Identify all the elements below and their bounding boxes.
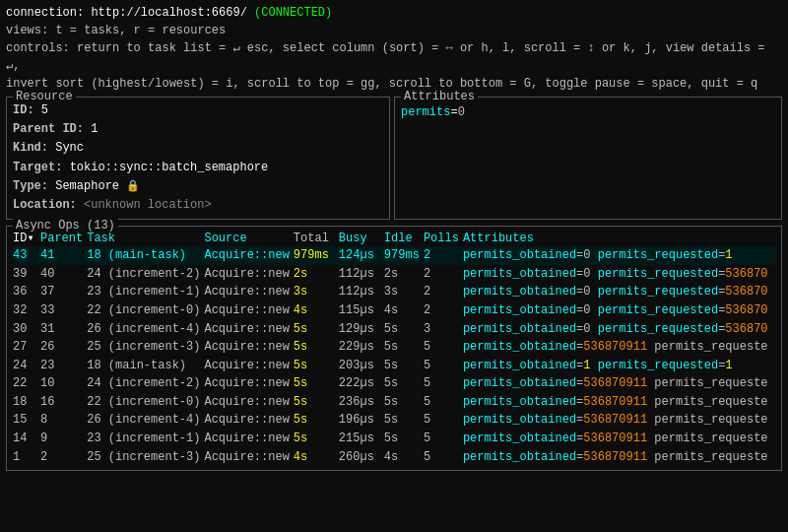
col-header-attributes[interactable]: Attributes bbox=[463, 231, 775, 246]
views-line: views: t = tasks, r = resources bbox=[6, 22, 782, 39]
async-ops-body: 434118 (main-task)Acquire::new979ms124µs… bbox=[13, 246, 775, 466]
table-row: 323322 (increment-0)Acquire::new4s115µs4… bbox=[13, 301, 775, 320]
col-header-source[interactable]: Source bbox=[204, 231, 293, 246]
table-row: 434118 (main-task)Acquire::new979ms124µs… bbox=[13, 246, 775, 265]
connection-url: http://localhost:6669/ bbox=[91, 6, 246, 20]
col-header-polls[interactable]: Polls bbox=[424, 231, 463, 246]
attributes-panel-title: Attributes bbox=[401, 90, 478, 103]
async-ops-title: Async Ops (13) bbox=[13, 219, 118, 233]
table-row: 221024 (increment-2)Acquire::new5s222µs5… bbox=[13, 374, 775, 393]
col-header-id[interactable]: ID▾ bbox=[13, 231, 40, 246]
attributes-panel: Attributes permits=0 bbox=[394, 97, 782, 220]
table-row: 181622 (increment-0)Acquire::new5s236µs5… bbox=[13, 393, 775, 412]
table-row: 394024 (increment-2)Acquire::new2s112µs2… bbox=[13, 265, 775, 284]
table-row: 272625 (increment-3)Acquire::new5s229µs5… bbox=[13, 338, 775, 357]
table-row: 15826 (increment-4)Acquire::new5s196µs5s… bbox=[13, 411, 775, 430]
resource-target-row: Target: tokio::sync::batch_semaphore bbox=[13, 159, 383, 177]
table-row: 1225 (increment-3)Acquire::new4s260µs4s5… bbox=[13, 448, 775, 467]
table-row: 303126 (increment-4)Acquire::new5s129µs5… bbox=[13, 320, 775, 339]
col-header-total[interactable]: Total bbox=[294, 231, 339, 246]
col-header-task[interactable]: Task bbox=[87, 231, 204, 246]
resource-parent-row: Parent ID: 1 bbox=[13, 120, 383, 139]
connection-status: (CONNECTED) bbox=[254, 6, 332, 20]
top-bar: connection: http://localhost:6669/ (CONN… bbox=[0, 0, 788, 95]
table-row: 242318 (main-task)Acquire::new5s203µs5s5… bbox=[13, 357, 775, 375]
resource-panel-title: Resource bbox=[13, 90, 76, 103]
async-ops-table: ID▾ Parent Task Source Total Busy Idle P… bbox=[13, 231, 775, 466]
lock-icon: 🔒 bbox=[126, 180, 140, 192]
attributes-content: permits=0 bbox=[401, 105, 775, 119]
table-row: 363723 (increment-1)Acquire::new3s112µs3… bbox=[13, 283, 775, 301]
table-header-row: ID▾ Parent Task Source Total Busy Idle P… bbox=[13, 231, 775, 246]
table-row: 14923 (increment-1)Acquire::new5s215µs5s… bbox=[13, 430, 775, 448]
resource-type-row: Type: Semaphore 🔒 bbox=[13, 177, 383, 196]
controls-line2: invert sort (highest/lowest) = i, scroll… bbox=[6, 75, 782, 93]
async-ops-panel: Async Ops (13) ID▾ Parent Task Source To… bbox=[6, 226, 782, 471]
connection-line: connection: http://localhost:6669/ (CONN… bbox=[6, 4, 782, 22]
resource-panel: Resource ID: 5 Parent ID: 1 Kind: Sync T… bbox=[6, 97, 390, 220]
col-header-parent[interactable]: Parent bbox=[40, 231, 87, 246]
info-panels: Resource ID: 5 Parent ID: 1 Kind: Sync T… bbox=[0, 97, 788, 220]
resource-id-row: ID: 5 bbox=[13, 101, 383, 120]
col-header-busy[interactable]: Busy bbox=[339, 231, 384, 246]
controls-line1: controls: return to task list = ↵ esc, s… bbox=[6, 39, 782, 75]
resource-kind-row: Kind: Sync bbox=[13, 139, 383, 158]
col-header-idle[interactable]: Idle bbox=[384, 231, 424, 246]
connection-label: connection: bbox=[6, 6, 84, 20]
resource-location-row: Location: <unknown location> bbox=[13, 196, 383, 215]
